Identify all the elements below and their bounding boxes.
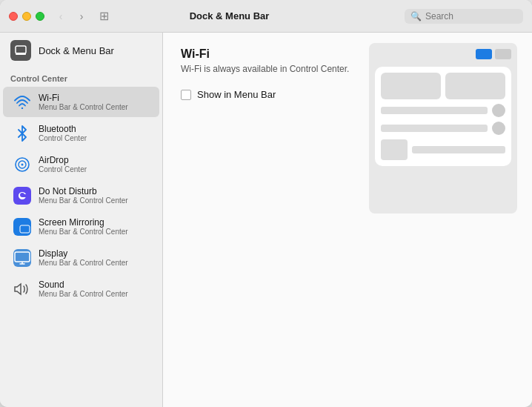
show-menu-bar-label: Show in Menu Bar	[197, 89, 276, 100]
mirroring-icon	[13, 218, 31, 236]
detail-subtitle: Wi-Fi is always available in Control Cen…	[181, 64, 373, 74]
dnd-item-text: Do Not Disturb Menu Bar & Control Center	[39, 186, 128, 205]
minimize-button[interactable]	[22, 12, 31, 21]
bluetooth-item-text: Bluetooth Control Center	[39, 124, 87, 142]
airdrop-title: AirDrop	[39, 155, 87, 165]
sidebar-item-display[interactable]: Display Menu Bar & Control Center	[3, 242, 159, 273]
preview-wifi-icon	[476, 49, 492, 59]
sidebar-item-screen-mirroring[interactable]: Screen Mirroring Menu Bar & Control Cent…	[3, 211, 159, 242]
search-icon: 🔍	[410, 11, 422, 21]
main-content: Dock & Menu Bar Control Center Wi-Fi Men…	[0, 33, 532, 407]
display-item-text: Display Menu Bar & Control Center	[39, 248, 128, 267]
sound-icon	[13, 280, 31, 298]
sidebar-item-dock-menu-bar[interactable]: Dock & Menu Bar	[0, 33, 162, 68]
search-bar[interactable]: 🔍	[405, 9, 523, 24]
sidebar-item-airdrop[interactable]: AirDrop Control Center	[3, 149, 159, 179]
sidebar-item-wifi[interactable]: Wi-Fi Menu Bar & Control Center	[3, 87, 159, 117]
sidebar-item-bluetooth[interactable]: Bluetooth Control Center	[3, 118, 159, 148]
search-input[interactable]	[425, 11, 514, 21]
sound-item-text: Sound Menu Bar & Control Center	[39, 279, 128, 298]
svg-rect-1	[16, 53, 26, 55]
wifi-item-text: Wi-Fi Menu Bar & Control Center	[39, 93, 128, 111]
mirroring-subtitle: Menu Bar & Control Center	[39, 228, 128, 236]
bluetooth-subtitle: Control Center	[39, 134, 87, 142]
preview-extra-icon	[495, 49, 511, 59]
svg-point-5	[21, 163, 24, 165]
detail-panel: Wi-Fi Wi-Fi is always available in Contr…	[163, 33, 532, 407]
sound-subtitle: Menu Bar & Control Center	[39, 290, 128, 298]
close-button[interactable]	[9, 12, 18, 21]
display-subtitle: Menu Bar & Control Center	[39, 259, 128, 267]
airdrop-icon	[13, 156, 31, 173]
bluetooth-title: Bluetooth	[39, 124, 87, 134]
dock-menu-bar-label: Dock & Menu Bar	[39, 45, 114, 56]
sidebar: Dock & Menu Bar Control Center Wi-Fi Men…	[0, 33, 163, 407]
control-center-section-label: Control Center	[0, 68, 162, 86]
mirroring-item-text: Screen Mirroring Menu Bar & Control Cent…	[39, 217, 128, 236]
window-title: Dock & Menu Bar	[60, 10, 399, 21]
preview-area	[369, 43, 517, 214]
preview-menubar	[375, 49, 511, 59]
wifi-title: Wi-Fi	[39, 93, 128, 103]
show-menu-bar-checkbox[interactable]	[181, 90, 191, 100]
airdrop-subtitle: Control Center	[39, 165, 87, 173]
svg-rect-8	[20, 225, 30, 233]
sidebar-item-sound[interactable]: Sound Menu Bar & Control Center	[3, 274, 159, 304]
dnd-icon	[13, 187, 31, 205]
main-window: ‹ › ⊞ Dock & Menu Bar 🔍 Dock & Menu Bar	[0, 0, 532, 407]
wifi-subtitle: Menu Bar & Control Center	[39, 103, 128, 111]
svg-rect-9	[15, 252, 30, 262]
sound-title: Sound	[39, 279, 128, 290]
svg-point-2	[21, 107, 23, 108]
sidebar-item-dnd[interactable]: Do Not Disturb Menu Bar & Control Center	[3, 180, 159, 211]
airdrop-item-text: AirDrop Control Center	[39, 155, 87, 173]
display-title: Display	[39, 248, 128, 259]
titlebar: ‹ › ⊞ Dock & Menu Bar 🔍	[0, 0, 532, 33]
dock-menu-bar-icon	[10, 40, 31, 61]
dnd-subtitle: Menu Bar & Control Center	[39, 196, 128, 205]
traffic-lights	[9, 12, 44, 21]
dnd-title: Do Not Disturb	[39, 186, 128, 196]
display-icon	[13, 249, 31, 267]
mirroring-title: Screen Mirroring	[39, 217, 128, 228]
svg-rect-0	[16, 46, 26, 53]
maximize-button[interactable]	[36, 12, 44, 21]
wifi-icon	[13, 93, 31, 111]
bluetooth-icon	[13, 125, 31, 142]
